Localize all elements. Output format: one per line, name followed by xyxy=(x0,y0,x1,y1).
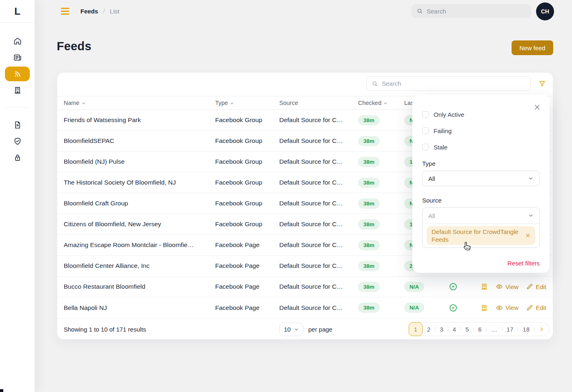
eye-icon xyxy=(496,304,503,312)
column-header-label: Type xyxy=(215,100,228,106)
table-row[interactable]: Bucco Restaurant Bloomfield Facebook Pag… xyxy=(57,276,553,297)
filter-button[interactable] xyxy=(536,77,549,90)
per-page-control: 10 per page xyxy=(279,323,332,336)
filter-checkbox-row[interactable]: Stale xyxy=(422,139,464,155)
play-circle-icon xyxy=(449,303,458,312)
sort-chevron-icon xyxy=(230,101,234,105)
column-header-source[interactable]: Source xyxy=(279,100,298,106)
source-filter-tag[interactable]: Default Source for CrowdTangle Feeds xyxy=(427,226,535,245)
type-filter-select[interactable]: All xyxy=(422,171,540,186)
source-filter-select[interactable]: All xyxy=(423,208,539,224)
table-search[interactable] xyxy=(366,76,531,91)
sidebar: L xyxy=(0,0,35,392)
chevron-down-icon xyxy=(528,176,534,181)
breadcrumb-section[interactable]: Feeds xyxy=(80,8,98,15)
page-button-17[interactable]: 17 xyxy=(502,323,518,336)
checkbox[interactable] xyxy=(422,111,429,118)
checked-badge: 38m xyxy=(358,157,380,167)
column-header-name[interactable]: Name xyxy=(64,100,86,106)
column-header-type[interactable]: Type xyxy=(215,100,234,106)
sidebar-item-privacy[interactable] xyxy=(0,149,35,166)
feed-type: Facebook Group xyxy=(215,158,279,165)
new-feed-button[interactable]: New feed xyxy=(512,40,553,55)
feed-source: Default Source for C… xyxy=(279,158,358,165)
page-button-1[interactable]: 1 xyxy=(409,322,423,336)
feed-source: Default Source for C… xyxy=(279,262,358,270)
checkbox[interactable] xyxy=(422,144,429,150)
feed-source: Default Source for C… xyxy=(279,137,358,145)
table-row[interactable]: Bella Napoli NJ Facebook Page Default So… xyxy=(57,297,553,318)
document-icon xyxy=(13,120,22,129)
feed-type: Facebook Page xyxy=(215,304,279,312)
user-avatar[interactable]: CH xyxy=(536,2,554,20)
sidebar-item-news[interactable] xyxy=(0,49,35,66)
pagination: 123456…1718 xyxy=(409,322,549,336)
checkbox[interactable] xyxy=(422,127,429,134)
organization-button[interactable] xyxy=(480,283,488,291)
sidebar-item-home[interactable] xyxy=(0,33,35,49)
feed-source: Default Source for C… xyxy=(279,200,358,207)
checked-badge: 38m xyxy=(358,240,380,250)
topbar: Feeds / List CH xyxy=(35,0,572,22)
sidebar-divider xyxy=(5,107,30,108)
page-button-4[interactable]: 4 xyxy=(448,323,461,336)
edit-button[interactable]: Edit xyxy=(526,283,546,290)
table-search-input[interactable] xyxy=(382,80,525,87)
feed-name: Amazing Escape Room Montclair - Bloomfie… xyxy=(64,241,215,249)
global-search[interactable] xyxy=(412,4,531,18)
checkbox-label: Failing xyxy=(434,127,452,134)
checkbox-label: Stale xyxy=(434,144,447,151)
lock-icon xyxy=(13,153,22,162)
type-filter-label: Type xyxy=(422,160,436,167)
feed-source: Default Source for C… xyxy=(279,241,358,249)
feed-name: The Historical Society Of Bloomfield, NJ xyxy=(64,179,215,186)
page-button-2[interactable]: 2 xyxy=(423,323,435,336)
edit-button[interactable]: Edit xyxy=(526,304,546,312)
feed-type: Facebook Group xyxy=(215,137,279,145)
feed-name: BloomfieldSEPAC xyxy=(64,137,215,145)
close-filter-button[interactable] xyxy=(534,104,541,111)
remove-tag-button[interactable] xyxy=(525,233,530,238)
sidebar-item-documents[interactable] xyxy=(0,117,35,133)
page-button-3[interactable]: 3 xyxy=(435,323,447,336)
feed-type: Facebook Page xyxy=(215,262,279,270)
column-header-checked[interactable]: Checked xyxy=(358,100,387,106)
next-page-button[interactable] xyxy=(534,327,549,332)
view-button[interactable]: View xyxy=(496,304,519,312)
source-filter-label: Source xyxy=(422,197,442,204)
view-button[interactable]: View xyxy=(496,283,519,290)
page-button-5[interactable]: 5 xyxy=(461,323,473,336)
run-feed-button[interactable] xyxy=(449,282,458,291)
sidebar-item-security[interactable] xyxy=(0,133,35,149)
checkbox-label: Only Active xyxy=(434,111,464,118)
filter-checkbox-row[interactable]: Only Active xyxy=(422,106,464,122)
checked-badge: 38m xyxy=(358,136,380,146)
last-badge: N/A xyxy=(404,303,424,313)
per-page-value: 10 xyxy=(284,326,291,333)
sidebar-item-feeds[interactable] xyxy=(0,66,35,82)
funnel-icon xyxy=(538,80,546,88)
chevron-down-icon xyxy=(294,327,299,332)
app-logo[interactable]: L xyxy=(0,0,35,23)
feed-name: Bella Napoli NJ xyxy=(64,304,215,312)
page-button-6[interactable]: 6 xyxy=(474,323,486,336)
page-button-…[interactable]: … xyxy=(487,323,502,336)
per-page-select[interactable]: 10 xyxy=(279,323,303,336)
filter-checkbox-row[interactable]: Failing xyxy=(422,122,464,139)
sidebar-item-organizations[interactable] xyxy=(0,82,35,98)
run-feed-button[interactable] xyxy=(449,303,458,312)
feed-type: Facebook Group xyxy=(215,200,279,207)
close-icon xyxy=(534,104,541,111)
column-header-label: Checked xyxy=(358,100,381,106)
reset-filters-button[interactable]: Reset filters xyxy=(507,260,540,267)
organization-button[interactable] xyxy=(480,304,488,312)
table-footer: Showing 1 to 10 of 171 results 10 per pa… xyxy=(57,318,553,339)
shield-check-icon xyxy=(13,137,22,146)
source-filter-tag-label: Default Source for CrowdTangle Feeds xyxy=(432,228,519,243)
global-search-input[interactable] xyxy=(427,8,526,15)
menu-toggle-button[interactable] xyxy=(61,6,71,16)
feed-source: Default Source for C… xyxy=(279,283,358,290)
checked-badge: 38m xyxy=(358,115,380,125)
source-filter-combo: All Default Source for CrowdTangle Feeds xyxy=(422,207,540,248)
page-button-18[interactable]: 18 xyxy=(518,323,534,336)
